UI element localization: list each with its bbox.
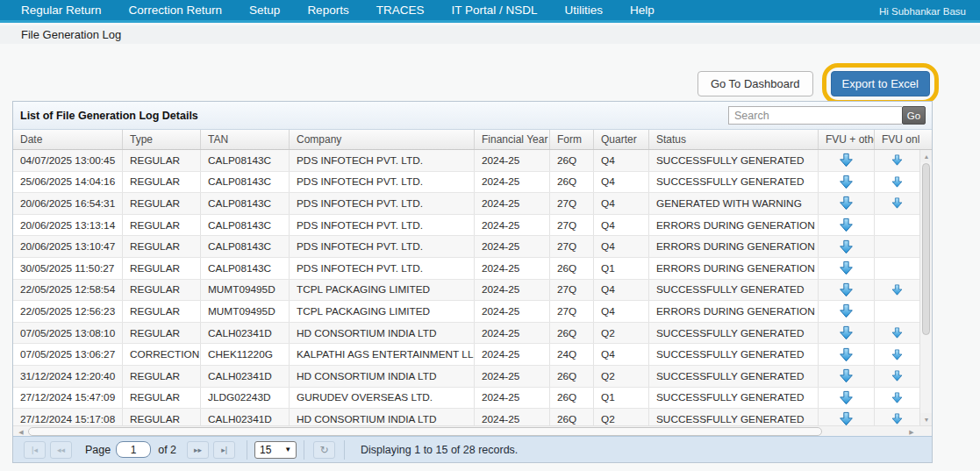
cell-status: SUCCESSFULLY GENERATED [649,172,819,193]
logged-in-user[interactable]: Hi Subhankar Basu [879,0,966,23]
cell-form: 27Q [550,215,594,236]
column-header-quarter[interactable]: Quarter [594,130,649,149]
first-page-button[interactable]: |◂ [24,441,46,459]
download-fvu-others-icon[interactable] [838,325,855,341]
table-row[interactable]: 22/05/2025 12:56:23REGULARMUMT09495DTCPL… [13,301,919,323]
vertical-scrollbar-thumb[interactable] [922,163,930,335]
download-fvu-others-icon[interactable] [838,174,855,190]
previous-page-button[interactable]: ◂◂ [50,441,72,459]
cell-quarter: Q4 [594,236,649,257]
download-fvu-only-icon[interactable] [891,348,904,361]
table-row[interactable]: 31/12/2024 12:20:40REGULARCALH02341DHD C… [13,366,919,388]
cell-company: HD CONSORTIUM INDIA LTD [290,366,475,387]
cell-type: REGULAR [123,388,201,409]
cell-form: 27Q [550,301,594,322]
nav-correction-return[interactable]: Correction Return [129,4,223,17]
download-fvu-others-icon[interactable] [838,368,855,384]
download-fvu-others-icon[interactable] [838,239,855,255]
download-fvu-others-icon[interactable] [838,389,855,406]
download-fvu-only-icon[interactable] [891,369,904,382]
nav-regular-return[interactable]: Regular Return [21,4,102,17]
table-row[interactable]: 20/06/2025 13:10:47REGULARCALP08143CPDS … [13,236,919,258]
download-fvu-others-icon[interactable] [838,346,855,363]
search-go-button[interactable]: Go [902,106,926,125]
download-fvu-only-icon[interactable] [891,391,904,404]
download-fvu-only-icon[interactable] [891,153,904,167]
cell-company: PDS INFOTECH PVT. LTD. [290,193,475,214]
cell-quarter: Q4 [594,172,649,193]
download-fvu-only-icon[interactable] [891,283,904,296]
nav-traces[interactable]: TRACES [376,4,425,17]
cell-fvu_others [819,150,875,171]
column-header-company[interactable]: Company [290,130,475,149]
cell-type: REGULAR [123,150,201,171]
download-fvu-others-icon[interactable] [838,195,855,211]
column-header-date[interactable]: Date [13,130,123,149]
nav-utilities[interactable]: Utilities [564,4,603,17]
next-page-button[interactable]: ▸▸ [187,441,209,459]
download-fvu-others-icon[interactable] [838,260,855,276]
cell-company: PDS INFOTECH PVT. LTD. [290,236,475,257]
download-fvu-others-icon[interactable] [838,217,855,233]
refresh-icon: ↻ [320,444,329,456]
nav-help[interactable]: Help [630,4,655,17]
cell-date: 22/05/2025 12:56:23 [13,301,123,322]
download-fvu-others-icon[interactable] [838,152,855,168]
last-page-button[interactable]: ▸| [213,441,235,459]
cell-company: TCPL PACKAGING LIMITED [290,301,475,322]
vertical-scrollbar[interactable]: ▲ ▼ [919,150,932,425]
panel-titlebar: List of File Generation Log Details Go [13,102,932,130]
table-row[interactable]: 27/12/2024 15:47:09REGULARJLDG02243DGURU… [13,388,919,410]
column-header-fvu-others[interactable]: FVU + others [819,130,875,149]
download-fvu-only-icon[interactable] [891,326,904,339]
download-fvu-only-icon[interactable] [891,196,904,210]
cell-tan: CALP08143C [201,258,290,279]
table-row[interactable]: 30/05/2025 11:50:27REGULARCALP08143CPDS … [13,258,919,280]
table-row[interactable]: 27/12/2024 15:17:08REGULARCALH02341DHD C… [13,409,919,425]
scroll-up-icon[interactable]: ▲ [920,150,932,162]
column-header-type[interactable]: Type [123,130,201,149]
nav-it-portal-nsdl[interactable]: IT Portal / NSDL [451,4,537,17]
download-fvu-others-icon[interactable] [838,303,855,319]
cell-fvu_others [819,323,875,344]
nav-setup[interactable]: Setup [249,4,280,17]
cell-status: ERRORS DURING GENERATION [649,215,819,236]
go-to-dashboard-button[interactable]: Go To Dashboard [697,71,813,96]
column-header-form[interactable]: Form [550,130,594,149]
table-row[interactable]: 07/05/2025 13:06:27CORRECTIONCHEK11220GK… [13,344,919,366]
table-row[interactable]: 25/06/2025 14:04:16REGULARCALP08143CPDS … [13,172,919,194]
first-page-icon: |◂ [32,446,38,454]
table-row[interactable]: 22/05/2025 12:58:54REGULARMUMT09495DTCPL… [13,280,919,302]
column-header-financial-year[interactable]: Financial Year [475,130,550,149]
download-fvu-only-icon[interactable] [891,175,904,189]
table-row[interactable]: 07/05/2025 13:08:10REGULARCALH02341DHD C… [13,323,919,345]
table-row[interactable]: 20/06/2025 13:13:14REGULARCALP08143CPDS … [13,215,919,237]
cell-tan: CHEK11220G [201,344,290,365]
download-fvu-only-icon[interactable] [891,412,904,425]
download-fvu-others-icon[interactable] [838,282,855,298]
cell-fy: 2024-25 [475,409,550,425]
horizontal-scrollbar-thumb[interactable] [28,427,822,436]
page-number-input[interactable] [116,441,151,458]
column-header-status[interactable]: Status [649,130,819,149]
nav-reports[interactable]: Reports [307,4,348,17]
column-header-tan[interactable]: TAN [201,130,290,149]
cell-quarter: Q2 [594,409,649,425]
column-header-fvu-only[interactable]: FVU only [875,130,919,149]
cell-status: ERRORS DURING GENERATION [649,258,819,279]
cell-type: REGULAR [123,301,201,322]
cell-company: PDS INFOTECH PVT. LTD. [290,150,475,171]
refresh-button[interactable]: ↻ [313,441,335,459]
table-row[interactable]: 20/06/2025 16:54:31REGULARCALP08143CPDS … [13,193,919,215]
download-fvu-others-icon[interactable] [838,410,855,425]
table-row[interactable]: 04/07/2025 13:00:45REGULARCALP08143CPDS … [13,150,919,172]
cell-type: REGULAR [123,280,201,301]
search-input[interactable] [728,106,902,125]
export-to-excel-button[interactable]: Export to Excel [831,71,930,96]
page-size-select[interactable]: 15 ▼ [254,441,297,459]
scroll-down-icon[interactable]: ▼ [920,413,932,425]
cell-form: 27Q [550,193,594,214]
cell-fvu_only [875,388,919,409]
cell-fvu_only [875,301,919,322]
search-area: Go [728,106,926,125]
